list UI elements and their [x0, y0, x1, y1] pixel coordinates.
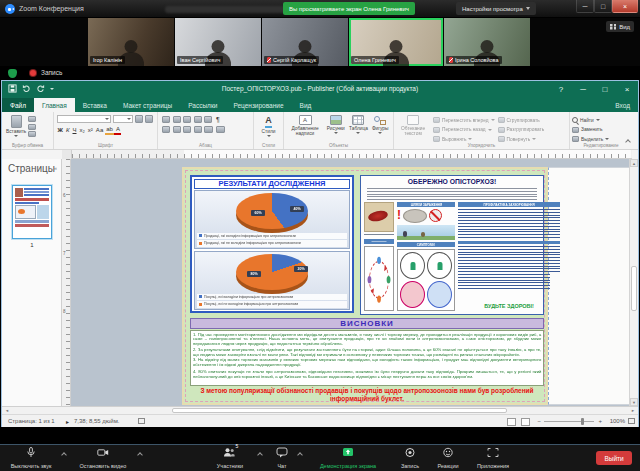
participant-video[interactable]: Ігор Калінін — [88, 18, 174, 66]
justify-icon[interactable] — [194, 126, 202, 133]
conclusions-block[interactable]: ВИСНОВКИ 1. Під час проведення моніторин… — [190, 318, 544, 403]
cut-icon[interactable] — [28, 116, 36, 122]
minimize-button[interactable]: ─ — [572, 81, 594, 97]
vertical-scroll-thumb[interactable] — [631, 266, 637, 311]
line-spacing-icon[interactable] — [204, 126, 213, 133]
show-paragraph-marks-button[interactable]: ¶ — [215, 116, 222, 124]
grow-font-icon[interactable] — [135, 115, 143, 123]
numbering-icon[interactable] — [173, 116, 181, 123]
send-backward-button[interactable]: Переместить назад — [433, 126, 495, 134]
horizontal-ruler[interactable] — [72, 150, 632, 159]
close-button[interactable]: × — [616, 81, 638, 97]
align-center-icon[interactable] — [173, 126, 181, 133]
vertical-ruler[interactable]: 6 7 8 — [62, 159, 71, 406]
draw-text-box-button[interactable]: А Добавление надписи — [286, 114, 324, 138]
font-name-select[interactable] — [57, 115, 111, 123]
select-button[interactable]: Выделить — [572, 135, 630, 143]
table-button[interactable]: Таблица — [347, 114, 369, 138]
styles-button[interactable]: А Стили — [256, 114, 281, 138]
tab-page-design[interactable]: Макет страницы — [115, 98, 180, 112]
chat-options-caret[interactable] — [297, 452, 303, 458]
zoom-out-button[interactable]: − — [537, 418, 541, 424]
view-button[interactable]: Вид — [606, 21, 634, 32]
two-page-view-button[interactable] — [521, 418, 530, 426]
decrease-indent-icon[interactable] — [183, 116, 191, 123]
minimize-button[interactable]: ─ — [576, 0, 594, 13]
page-indicator[interactable]: Страница: 1 из 1 — [8, 418, 55, 424]
bring-forward-button[interactable]: Переместить вперед — [433, 116, 495, 124]
highlight-button[interactable]: ab — [105, 125, 115, 135]
participant-video[interactable]: Ірина Соловйова — [444, 18, 530, 66]
font-size-select[interactable] — [113, 115, 133, 123]
single-page-view-button[interactable] — [507, 418, 516, 426]
participant-video[interactable]: Сергій Карлащук — [262, 18, 348, 66]
align-left-icon[interactable] — [162, 126, 170, 133]
format-painter-icon[interactable] — [28, 131, 36, 137]
fit-page-button[interactable] — [628, 418, 635, 424]
video-options-caret[interactable] — [137, 452, 143, 458]
bold-button[interactable]: Ж — [56, 126, 64, 134]
close-button[interactable]: × — [612, 0, 638, 13]
scroll-up-arrow[interactable]: ▲ — [630, 159, 638, 167]
participants-button[interactable]: 5 Участники — [204, 447, 256, 470]
text-wrap-button[interactable]: Обтекание текстом — [396, 114, 430, 143]
copy-icon[interactable] — [28, 124, 36, 130]
chat-button[interactable]: Чат — [268, 447, 296, 470]
tab-mailings[interactable]: Рассылки — [180, 98, 225, 112]
participant-video-active-speaker[interactable]: Олена Гриневич — [349, 18, 443, 66]
apps-button[interactable]: Приложения — [470, 447, 516, 470]
change-case-button[interactable]: Аа — [94, 126, 104, 134]
tab-review[interactable]: Рецензирование — [225, 98, 291, 112]
tab-file[interactable]: Файл — [2, 98, 34, 112]
tab-insert[interactable]: Вставка — [75, 98, 115, 112]
ungroup-button[interactable]: Разгруппировать — [498, 126, 545, 134]
view-options-dropdown[interactable]: Настройки просмотра — [456, 2, 536, 15]
zoom-in-button[interactable]: + — [598, 418, 602, 424]
stop-video-button[interactable]: Остановить видео — [72, 447, 134, 470]
subscript-button[interactable]: x₂ — [78, 126, 86, 134]
shapes-button[interactable]: Фигуры — [369, 114, 391, 138]
poster-page[interactable]: РЕЗУЛЬТАТИ ДОСЛІДЖЕННЯ 60% 40% Продавці,… — [182, 167, 548, 405]
find-button[interactable]: Найти — [572, 116, 630, 124]
pictures-button[interactable]: Рисунки — [324, 114, 347, 138]
help-button[interactable]: ? — [550, 81, 572, 97]
restore-button[interactable]: □ — [594, 81, 616, 97]
mute-button[interactable]: Выключить звук — [2, 447, 60, 470]
zoom-slider-track[interactable] — [544, 421, 594, 422]
underline-button[interactable]: Ч — [71, 126, 78, 134]
shrink-font-icon[interactable] — [145, 115, 153, 123]
zoom-slider-thumb[interactable] — [581, 418, 584, 425]
scroll-down-arrow[interactable]: ▼ — [630, 398, 638, 406]
page-thumbnail[interactable] — [12, 185, 52, 239]
replace-button[interactable]: Заменить — [572, 126, 630, 134]
maximize-button[interactable]: □ — [594, 0, 612, 13]
scroll-right-arrow[interactable]: ► — [631, 408, 635, 413]
tab-home[interactable]: Главная — [34, 98, 75, 112]
zoom-level[interactable]: 100% — [610, 418, 625, 424]
rotate-button[interactable]: Повернуть — [498, 135, 545, 143]
font-color-button[interactable]: А — [114, 125, 121, 135]
participants-options-caret[interactable] — [257, 452, 263, 458]
columns-icon[interactable] — [204, 116, 212, 123]
document-canvas[interactable]: РЕЗУЛЬТАТИ ДОСЛІДЖЕННЯ 60% 40% Продавці,… — [71, 159, 629, 406]
tab-view[interactable]: Вид — [292, 98, 320, 112]
align-button[interactable]: Выровнять — [433, 135, 495, 143]
record-button[interactable]: Запись — [394, 447, 426, 470]
vertical-scrollbar[interactable]: ▲ ▼ — [629, 159, 638, 406]
share-screen-button[interactable]: Демонстрация экрана — [306, 447, 390, 470]
collapse-panel-icon[interactable]: « — [54, 165, 57, 171]
sign-in-link[interactable]: Вход — [615, 98, 630, 112]
horizontal-scroll-thumb[interactable] — [172, 408, 507, 413]
superscript-button[interactable]: x² — [86, 126, 94, 134]
reactions-button[interactable]: Реакции — [430, 447, 466, 470]
horizontal-scrollbar[interactable]: ◄ ► — [2, 406, 638, 414]
group-button[interactable]: Сгруппировать — [498, 116, 545, 124]
scroll-left-arrow[interactable]: ◄ — [5, 408, 9, 413]
leave-meeting-button[interactable]: Выйти — [596, 451, 632, 465]
align-right-icon[interactable] — [183, 126, 191, 133]
results-panel[interactable]: РЕЗУЛЬТАТИ ДОСЛІДЖЕННЯ 60% 40% Продавці,… — [190, 175, 354, 313]
opisthorchiasis-info-panel[interactable]: ОБЕРЕЖНО ОПІСТОРХОЗ! — [360, 175, 544, 315]
bullets-icon[interactable] — [162, 116, 170, 123]
paragraph-spacing-icon[interactable] — [216, 126, 225, 133]
participant-video[interactable]: Іван Сергійович — [175, 18, 261, 66]
